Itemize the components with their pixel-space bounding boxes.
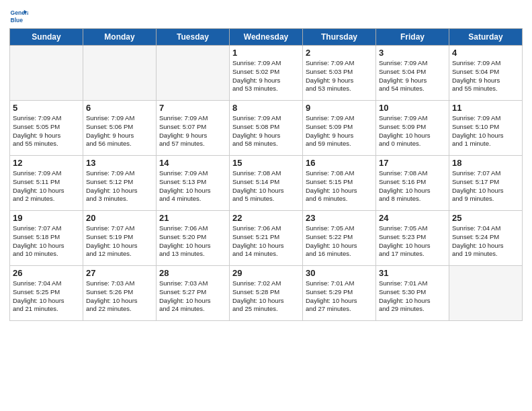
calendar-cell: 17Sunrise: 7:08 AM Sunset: 5:16 PM Dayli… [376,156,449,211]
cell-info: Sunrise: 7:03 AM Sunset: 5:27 PM Dayligh… [159,279,226,314]
cell-info: Sunrise: 7:09 AM Sunset: 5:13 PM Dayligh… [159,169,226,203]
calendar-cell: 3Sunrise: 7:09 AM Sunset: 5:04 PM Daylig… [376,46,449,101]
calendar-table: SundayMondayTuesdayWednesdayThursdayFrid… [9,28,523,321]
cell-info: Sunrise: 7:05 AM Sunset: 5:22 PM Dayligh… [306,224,373,259]
week-row-3: 19Sunrise: 7:07 AM Sunset: 5:18 PM Dayli… [10,211,523,266]
calendar-cell: 8Sunrise: 7:09 AM Sunset: 5:08 PM Daylig… [230,101,303,156]
date-number: 8 [232,103,300,113]
date-number: 22 [232,213,300,223]
week-row-0: 1Sunrise: 7:09 AM Sunset: 5:02 PM Daylig… [10,46,523,101]
date-number: 31 [379,268,446,278]
day-header-wednesday: Wednesday [230,29,303,46]
day-header-friday: Friday [376,29,449,46]
date-number: 2 [306,48,373,58]
calendar-cell [10,46,83,101]
cell-info: Sunrise: 7:09 AM Sunset: 5:11 PM Dayligh… [13,169,80,203]
cell-info: Sunrise: 7:01 AM Sunset: 5:29 PM Dayligh… [306,279,373,314]
cell-info: Sunrise: 7:01 AM Sunset: 5:30 PM Dayligh… [379,279,446,314]
day-header-tuesday: Tuesday [157,29,230,46]
date-number: 11 [452,103,519,113]
calendar-cell: 16Sunrise: 7:08 AM Sunset: 5:15 PM Dayli… [303,156,376,211]
calendar-cell: 27Sunrise: 7:03 AM Sunset: 5:26 PM Dayli… [83,266,157,321]
header: General Blue [9,7,523,26]
date-number: 12 [13,158,80,168]
calendar-cell: 14Sunrise: 7:09 AM Sunset: 5:13 PM Dayli… [157,156,230,211]
day-header-thursday: Thursday [303,29,376,46]
day-header-sunday: Sunday [10,29,83,46]
calendar-cell: 1Sunrise: 7:09 AM Sunset: 5:02 PM Daylig… [230,46,303,101]
cell-info: Sunrise: 7:09 AM Sunset: 5:07 PM Dayligh… [159,114,226,148]
cell-info: Sunrise: 7:09 AM Sunset: 5:02 PM Dayligh… [232,59,300,93]
calendar-cell: 7Sunrise: 7:09 AM Sunset: 5:07 PM Daylig… [157,101,230,156]
calendar-cell: 29Sunrise: 7:02 AM Sunset: 5:28 PM Dayli… [230,266,303,321]
cell-info: Sunrise: 7:08 AM Sunset: 5:16 PM Dayligh… [379,169,446,203]
date-number: 30 [306,268,373,278]
cell-info: Sunrise: 7:04 AM Sunset: 5:25 PM Dayligh… [13,279,80,314]
logo: General Blue [9,7,28,26]
calendar-cell [449,266,523,321]
calendar-cell [157,46,230,101]
cell-info: Sunrise: 7:07 AM Sunset: 5:19 PM Dayligh… [86,224,153,259]
cell-info: Sunrise: 7:09 AM Sunset: 5:09 PM Dayligh… [306,114,373,148]
date-number: 20 [86,213,153,223]
calendar-cell: 23Sunrise: 7:05 AM Sunset: 5:22 PM Dayli… [303,211,376,266]
date-number: 29 [232,268,300,278]
calendar-cell: 19Sunrise: 7:07 AM Sunset: 5:18 PM Dayli… [10,211,83,266]
calendar-cell: 20Sunrise: 7:07 AM Sunset: 5:19 PM Dayli… [83,211,157,266]
cell-info: Sunrise: 7:09 AM Sunset: 5:09 PM Dayligh… [379,114,446,148]
calendar-cell: 2Sunrise: 7:09 AM Sunset: 5:03 PM Daylig… [303,46,376,101]
date-number: 24 [379,213,446,223]
cell-info: Sunrise: 7:09 AM Sunset: 5:03 PM Dayligh… [306,59,373,93]
cell-info: Sunrise: 7:03 AM Sunset: 5:26 PM Dayligh… [86,279,153,314]
day-header-row: SundayMondayTuesdayWednesdayThursdayFrid… [10,29,523,46]
calendar-cell: 6Sunrise: 7:09 AM Sunset: 5:06 PM Daylig… [83,101,157,156]
date-number: 6 [86,103,153,113]
date-number: 18 [452,158,519,168]
date-number: 21 [159,213,226,223]
date-number: 26 [13,268,80,278]
calendar-cell: 26Sunrise: 7:04 AM Sunset: 5:25 PM Dayli… [10,266,83,321]
calendar-cell [83,46,157,101]
date-number: 9 [306,103,373,113]
date-number: 28 [159,268,226,278]
calendar-cell: 22Sunrise: 7:06 AM Sunset: 5:21 PM Dayli… [230,211,303,266]
cell-info: Sunrise: 7:07 AM Sunset: 5:17 PM Dayligh… [452,169,519,203]
date-number: 15 [232,158,300,168]
calendar-cell: 5Sunrise: 7:09 AM Sunset: 5:05 PM Daylig… [10,101,83,156]
date-number: 27 [86,268,153,278]
day-header-saturday: Saturday [449,29,523,46]
cell-info: Sunrise: 7:09 AM Sunset: 5:10 PM Dayligh… [452,114,519,148]
calendar-wrapper: General Blue SundayMondayTuesdayWednesda… [0,0,532,328]
date-number: 3 [379,48,446,58]
calendar-cell: 9Sunrise: 7:09 AM Sunset: 5:09 PM Daylig… [303,101,376,156]
week-row-4: 26Sunrise: 7:04 AM Sunset: 5:25 PM Dayli… [10,266,523,321]
cell-info: Sunrise: 7:02 AM Sunset: 5:28 PM Dayligh… [232,279,300,314]
week-row-2: 12Sunrise: 7:09 AM Sunset: 5:11 PM Dayli… [10,156,523,211]
cell-info: Sunrise: 7:05 AM Sunset: 5:23 PM Dayligh… [379,224,446,259]
calendar-cell: 10Sunrise: 7:09 AM Sunset: 5:09 PM Dayli… [376,101,449,156]
date-number: 23 [306,213,373,223]
cell-info: Sunrise: 7:04 AM Sunset: 5:24 PM Dayligh… [452,224,519,259]
date-number: 1 [232,48,300,58]
week-row-1: 5Sunrise: 7:09 AM Sunset: 5:05 PM Daylig… [10,101,523,156]
date-number: 13 [86,158,153,168]
date-number: 14 [159,158,226,168]
cell-info: Sunrise: 7:06 AM Sunset: 5:20 PM Dayligh… [159,224,226,259]
date-number: 17 [379,158,446,168]
calendar-cell: 31Sunrise: 7:01 AM Sunset: 5:30 PM Dayli… [376,266,449,321]
calendar-cell: 21Sunrise: 7:06 AM Sunset: 5:20 PM Dayli… [157,211,230,266]
date-number: 16 [306,158,373,168]
calendar-body: 1Sunrise: 7:09 AM Sunset: 5:02 PM Daylig… [10,46,523,321]
cell-info: Sunrise: 7:06 AM Sunset: 5:21 PM Dayligh… [232,224,300,259]
date-number: 4 [452,48,519,58]
svg-text:Blue: Blue [11,17,24,24]
cell-info: Sunrise: 7:07 AM Sunset: 5:18 PM Dayligh… [13,224,80,259]
cell-info: Sunrise: 7:09 AM Sunset: 5:05 PM Dayligh… [13,114,80,148]
cell-info: Sunrise: 7:09 AM Sunset: 5:12 PM Dayligh… [86,169,153,203]
calendar-cell: 25Sunrise: 7:04 AM Sunset: 5:24 PM Dayli… [449,211,523,266]
calendar-cell: 15Sunrise: 7:08 AM Sunset: 5:14 PM Dayli… [230,156,303,211]
cell-info: Sunrise: 7:09 AM Sunset: 5:04 PM Dayligh… [452,59,519,93]
calendar-cell: 30Sunrise: 7:01 AM Sunset: 5:29 PM Dayli… [303,266,376,321]
date-number: 7 [159,103,226,113]
date-number: 25 [452,213,519,223]
